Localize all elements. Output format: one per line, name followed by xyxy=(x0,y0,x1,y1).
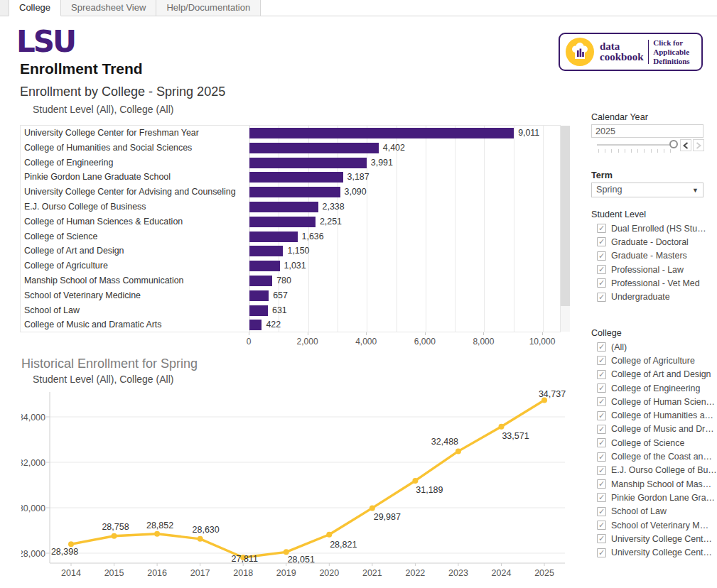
checkbox-checked-icon[interactable]: ✓ xyxy=(597,534,606,543)
bar-mark[interactable] xyxy=(249,290,269,301)
college-option[interactable]: ✓College of Science xyxy=(591,436,717,450)
bar-mark[interactable] xyxy=(249,217,316,227)
college-option[interactable]: ✓University College Cent… xyxy=(591,532,717,545)
checkbox-checked-icon[interactable]: ✓ xyxy=(597,237,606,246)
student-level-option[interactable]: ✓Professional - Law xyxy=(591,263,717,276)
college-option[interactable]: ✓Pinkie Gordon Lane Gra… xyxy=(591,491,717,504)
data-point[interactable] xyxy=(154,531,160,537)
checkbox-checked-icon[interactable]: ✓ xyxy=(597,452,606,462)
data-point[interactable] xyxy=(68,541,74,547)
year-prev-button[interactable] xyxy=(680,139,691,151)
data-point[interactable] xyxy=(112,533,117,539)
page-title: Enrollment Trend xyxy=(20,60,143,77)
checkbox-checked-icon[interactable]: ✓ xyxy=(597,521,606,530)
checkbox-checked-icon[interactable]: ✓ xyxy=(597,411,606,420)
checkbox-checked-icon[interactable]: ✓ xyxy=(597,383,606,393)
calendar-year-input[interactable] xyxy=(591,124,703,138)
student-level-option[interactable]: ✓Undergraduate xyxy=(591,290,717,303)
checkbox-checked-icon[interactable]: ✓ xyxy=(597,224,606,233)
bar-category-label: College of Art and Design xyxy=(24,244,124,258)
bar-chart-scrollbar[interactable] xyxy=(561,126,570,332)
bar-mark[interactable] xyxy=(249,202,318,212)
bar-row: E.J. Ourso College of Business2,338 xyxy=(21,200,560,214)
checkbox-checked-icon[interactable]: ✓ xyxy=(597,251,606,261)
college-option[interactable]: ✓College of Human Scien… xyxy=(591,395,717,408)
bar-mark[interactable] xyxy=(249,187,340,197)
student-level-option[interactable]: ✓Professional - Vet Med xyxy=(591,276,717,290)
checkbox-checked-icon[interactable]: ✓ xyxy=(597,493,606,502)
checkbox-checked-icon[interactable]: ✓ xyxy=(597,278,606,288)
data-point[interactable] xyxy=(412,478,418,484)
bar-mark[interactable] xyxy=(249,158,367,168)
checkbox-checked-icon[interactable]: ✓ xyxy=(597,265,606,274)
data-point[interactable] xyxy=(198,536,203,542)
college-option[interactable]: ✓(All) xyxy=(591,340,717,354)
college-option[interactable]: ✓University College Cent… xyxy=(591,545,717,559)
college-option[interactable]: ✓Manship School of Mas… xyxy=(591,477,717,491)
student-level-option[interactable]: ✓Dual Enrolled (HS Stu… xyxy=(591,222,717,235)
college-option[interactable]: ✓School of Law xyxy=(591,505,717,518)
checkbox-checked-icon[interactable]: ✓ xyxy=(597,548,606,557)
calendar-year-label: Calendar Year xyxy=(591,112,648,122)
bar-mark[interactable] xyxy=(249,246,283,256)
checkbox-checked-icon[interactable]: ✓ xyxy=(597,438,606,447)
checkbox-label: College of Science xyxy=(611,438,684,448)
data-point[interactable] xyxy=(455,448,461,454)
year-slider-handle[interactable] xyxy=(669,140,678,148)
data-point[interactable] xyxy=(326,532,332,538)
student-level-option[interactable]: ✓Graduate - Doctoral xyxy=(591,235,717,249)
bar-mark[interactable] xyxy=(249,128,514,138)
checkbox-label: (All) xyxy=(611,342,627,352)
tab-college[interactable]: College xyxy=(9,0,61,16)
bar-mark[interactable] xyxy=(249,320,262,330)
x-axis-tick-label: 2023 xyxy=(448,568,468,578)
checkbox-label: College of the Coast an… xyxy=(611,452,712,462)
bar-category-label: College of Human Sciences & Education xyxy=(24,214,183,229)
bar-row: Manship School of Mass Communication780 xyxy=(21,273,560,288)
bar-mark[interactable] xyxy=(249,261,280,271)
data-point[interactable] xyxy=(370,505,375,511)
college-option[interactable]: ✓School of Veterinary M… xyxy=(591,518,717,532)
college-option[interactable]: ✓College of Agriculture xyxy=(591,354,717,367)
checkbox-checked-icon[interactable]: ✓ xyxy=(597,507,606,516)
bar-row: Pinkie Gordon Lane Graduate School3,187 xyxy=(21,170,560,185)
data-point[interactable] xyxy=(499,424,505,430)
x-axis-tick xyxy=(366,332,367,335)
data-point[interactable] xyxy=(284,549,289,555)
college-option[interactable]: ✓College of Humanities a… xyxy=(591,408,717,422)
term-dropdown[interactable]: Spring ▼ xyxy=(591,183,703,197)
checkbox-checked-icon[interactable]: ✓ xyxy=(597,293,606,302)
trend-line xyxy=(71,400,544,557)
checkbox-checked-icon[interactable]: ✓ xyxy=(597,356,606,365)
college-option[interactable]: ✓College of the Coast an… xyxy=(591,450,717,463)
year-next-button[interactable] xyxy=(693,139,704,151)
checkbox-checked-icon[interactable]: ✓ xyxy=(597,479,606,489)
x-axis-tick-label: 8,000 xyxy=(473,337,494,347)
checkbox-checked-icon[interactable]: ✓ xyxy=(597,397,606,406)
bar-mark[interactable] xyxy=(249,276,272,286)
college-option[interactable]: ✓E.J. Ourso College of Bu… xyxy=(591,464,717,477)
checkbox-label: Professional - Law xyxy=(611,265,684,275)
checkbox-checked-icon[interactable]: ✓ xyxy=(597,466,606,475)
year-slider-track[interactable] xyxy=(597,144,677,146)
checkbox-label: University College Cent… xyxy=(611,548,712,557)
student-level-option[interactable]: ✓Graduate - Masters xyxy=(591,249,717,263)
checkbox-checked-icon[interactable]: ✓ xyxy=(597,425,606,434)
bar-mark[interactable] xyxy=(249,305,268,316)
bar-mark[interactable] xyxy=(249,232,298,242)
lsu-logo-text: LSU xyxy=(18,27,75,57)
college-option[interactable]: ✓College of Art and Design xyxy=(591,368,717,381)
checkbox-checked-icon[interactable]: ✓ xyxy=(597,370,606,379)
tab-spreadsheet-view[interactable]: Spreadsheet View xyxy=(61,0,156,16)
bar-mark[interactable] xyxy=(249,172,343,183)
bar-mark[interactable] xyxy=(249,143,379,153)
bar-row: College of Art and Design1,150 xyxy=(21,244,560,258)
college-option[interactable]: ✓College of Music and Dr… xyxy=(591,423,717,436)
x-axis-tick-label: 2014 xyxy=(61,568,81,578)
y-axis-tick-label: 34,000 xyxy=(21,413,45,423)
checkbox-checked-icon[interactable]: ✓ xyxy=(597,342,606,352)
college-option[interactable]: ✓College of Engineering xyxy=(591,381,717,395)
tab-help-documentation[interactable]: Help/Documentation xyxy=(156,0,261,16)
scrollbar-thumb[interactable] xyxy=(561,126,570,306)
checkbox-label: Dual Enrolled (HS Stu… xyxy=(611,224,706,234)
